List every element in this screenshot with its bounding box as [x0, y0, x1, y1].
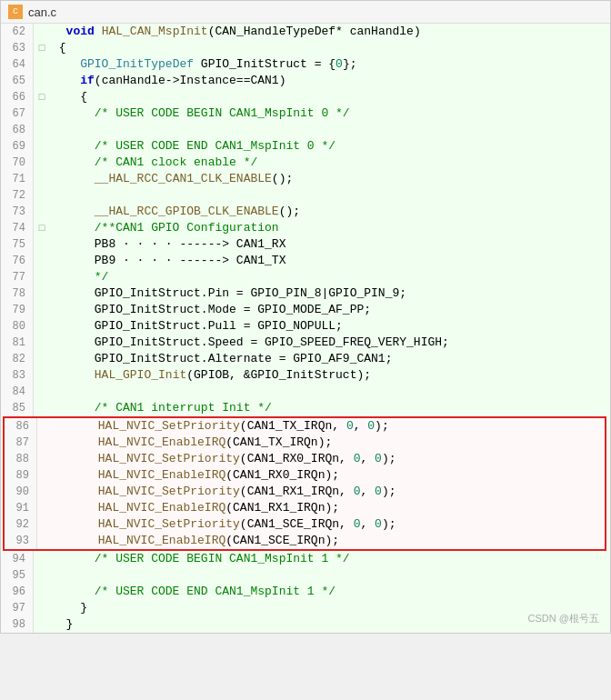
code-line: 65 if(canHandle->Instance==CAN1) [1, 73, 610, 89]
line-content: /* USER CODE END CAN1_MspInit 0 */ [50, 138, 336, 155]
line-content: PB9 · · · · ------> CAN1_TX [50, 253, 285, 269]
line-number: 71 [1, 171, 34, 187]
line-number: 76 [1, 253, 34, 269]
line-number: 87 [5, 435, 37, 451]
code-line: 69 /* USER CODE END CAN1_MspInit 0 */ [1, 138, 610, 155]
main-window: c can.c 62 void HAL_CAN_MspInit(CAN_Hand… [0, 0, 611, 634]
code-line: 93 HAL_NVIC_EnableIRQ(CAN1_SCE_IRQn); [3, 533, 606, 551]
line-number: 69 [1, 138, 34, 155]
line-content: */ [50, 269, 108, 285]
line-content: GPIO_InitStruct.Pull = GPIO_NOPULL; [50, 318, 343, 335]
code-line: 90 HAL_NVIC_SetPriority(CAN1_RX1_IRQn, 0… [3, 484, 606, 500]
code-line: 79 GPIO_InitStruct.Mode = GPIO_MODE_AF_P… [1, 302, 610, 318]
code-line: 96 /* USER CODE END CAN1_MspInit 1 */ [1, 584, 610, 600]
line-number: 83 [1, 367, 34, 384]
watermark: CSDN @根号五 [528, 612, 599, 625]
code-line: 81 GPIO_InitStruct.Speed = GPIO_SPEED_FR… [1, 335, 610, 351]
code-line: 85 /* CAN1 interrupt Init */ [1, 400, 610, 416]
code-line: 97 } [1, 600, 610, 616]
file-icon: c [8, 5, 23, 19]
code-line: 94 /* USER CODE BEGIN CAN1_MspInit 1 */ [1, 551, 610, 567]
line-number: 67 [1, 105, 34, 122]
fold-indicator[interactable]: □ [34, 89, 50, 105]
line-number: 98 [1, 616, 34, 633]
code-line: 66□ { [1, 89, 610, 105]
line-content: void HAL_CAN_MspInit(CAN_HandleTypeDef* … [50, 24, 421, 40]
filename: can.c [28, 5, 56, 19]
line-content: if(canHandle->Instance==CAN1) [50, 73, 285, 89]
line-number: 97 [1, 600, 34, 616]
line-content: /* CAN1 interrupt Init */ [50, 400, 272, 416]
line-number: 63 [1, 40, 34, 56]
code-line: 84 [1, 384, 610, 400]
line-number: 88 [5, 451, 37, 467]
code-line: 70 /* CAN1 clock enable */ [1, 155, 610, 171]
line-content: GPIO_InitStruct.Speed = GPIO_SPEED_FREQ_… [50, 335, 449, 351]
line-number: 91 [5, 500, 37, 516]
line-number: 92 [5, 516, 37, 533]
line-content: GPIO_InitStruct.Mode = GPIO_MODE_AF_PP; [50, 302, 371, 318]
line-content: HAL_NVIC_EnableIRQ(CAN1_RX0_IRQn); [54, 467, 339, 484]
line-content: } [50, 600, 87, 616]
code-line: 74□ /**CAN1 GPIO Configuration [1, 220, 610, 236]
line-content: __HAL_RCC_CAN1_CLK_ENABLE(); [50, 171, 293, 187]
code-line: 72 [1, 187, 610, 204]
code-area: 62 void HAL_CAN_MspInit(CAN_HandleTypeDe… [1, 24, 610, 633]
line-number: 96 [1, 584, 34, 600]
code-line: 76 PB9 · · · · ------> CAN1_TX [1, 253, 610, 269]
code-line: 64 GPIO_InitTypeDef GPIO_InitStruct = {0… [1, 56, 610, 73]
line-content: HAL_NVIC_EnableIRQ(CAN1_TX_IRQn); [54, 435, 332, 451]
code-line: 63□ { [1, 40, 610, 56]
line-content: PB8 · · · · ------> CAN1_RX [50, 236, 285, 253]
code-line: 77 */ [1, 269, 610, 285]
code-line: 82 GPIO_InitStruct.Alternate = GPIO_AF9_… [1, 351, 610, 367]
code-line: 71 __HAL_RCC_CAN1_CLK_ENABLE(); [1, 171, 610, 187]
code-line: 88 HAL_NVIC_SetPriority(CAN1_RX0_IRQn, 0… [3, 451, 606, 467]
line-content: HAL_GPIO_Init(GPIOB, &GPIO_InitStruct); [50, 367, 371, 384]
line-number: 74 [1, 220, 34, 236]
line-number: 78 [1, 285, 34, 302]
line-number: 62 [1, 24, 34, 40]
code-line: 83 HAL_GPIO_Init(GPIOB, &GPIO_InitStruct… [1, 367, 610, 384]
code-line: 75 PB8 · · · · ------> CAN1_RX [1, 236, 610, 253]
line-content: GPIO_InitStruct.Pin = GPIO_PIN_8|GPIO_PI… [50, 285, 406, 302]
line-number: 85 [1, 400, 34, 416]
code-line: 92 HAL_NVIC_SetPriority(CAN1_SCE_IRQn, 0… [3, 516, 606, 533]
line-content: HAL_NVIC_SetPriority(CAN1_SCE_IRQn, 0, 0… [54, 516, 396, 533]
code-line: 68 [1, 122, 610, 138]
code-line: 80 GPIO_InitStruct.Pull = GPIO_NOPULL; [1, 318, 610, 335]
line-content: GPIO_InitStruct.Alternate = GPIO_AF9_CAN… [50, 351, 392, 367]
code-line: 98 } [1, 616, 610, 633]
code-line: 86 HAL_NVIC_SetPriority(CAN1_TX_IRQn, 0,… [3, 416, 606, 435]
fold-indicator[interactable]: □ [34, 220, 50, 236]
line-number: 73 [1, 204, 34, 220]
line-content: /* USER CODE END CAN1_MspInit 1 */ [50, 584, 336, 600]
line-content: /**CAN1 GPIO Configuration [50, 220, 279, 236]
line-content: } [50, 616, 73, 633]
line-content: /* USER CODE BEGIN CAN1_MspInit 0 */ [50, 105, 350, 122]
code-line: 73 __HAL_RCC_GPIOB_CLK_ENABLE(); [1, 204, 610, 220]
line-number: 95 [1, 567, 34, 584]
code-line: 89 HAL_NVIC_EnableIRQ(CAN1_RX0_IRQn); [3, 467, 606, 484]
line-content: HAL_NVIC_SetPriority(CAN1_RX1_IRQn, 0, 0… [54, 484, 396, 500]
line-number: 66 [1, 89, 34, 105]
line-content: HAL_NVIC_SetPriority(CAN1_TX_IRQn, 0, 0)… [54, 418, 389, 435]
line-number: 86 [5, 418, 37, 435]
line-number: 64 [1, 56, 34, 73]
line-number: 70 [1, 155, 34, 171]
line-number: 89 [5, 467, 37, 484]
line-content: /* CAN1 clock enable */ [50, 155, 257, 171]
fold-indicator[interactable]: □ [34, 40, 50, 56]
line-number: 80 [1, 318, 34, 335]
code-line: 87 HAL_NVIC_EnableIRQ(CAN1_TX_IRQn); [3, 435, 606, 451]
line-number: 68 [1, 122, 34, 138]
line-number: 93 [5, 533, 37, 549]
code-line: 78 GPIO_InitStruct.Pin = GPIO_PIN_8|GPIO… [1, 285, 610, 302]
line-number: 72 [1, 187, 34, 204]
code-line: 95 [1, 567, 610, 584]
line-content: HAL_NVIC_SetPriority(CAN1_RX0_IRQn, 0, 0… [54, 451, 396, 467]
line-number: 65 [1, 73, 34, 89]
line-content: { [50, 40, 66, 56]
line-content: HAL_NVIC_EnableIRQ(CAN1_SCE_IRQn); [54, 533, 339, 549]
line-content: /* USER CODE BEGIN CAN1_MspInit 1 */ [50, 551, 350, 567]
